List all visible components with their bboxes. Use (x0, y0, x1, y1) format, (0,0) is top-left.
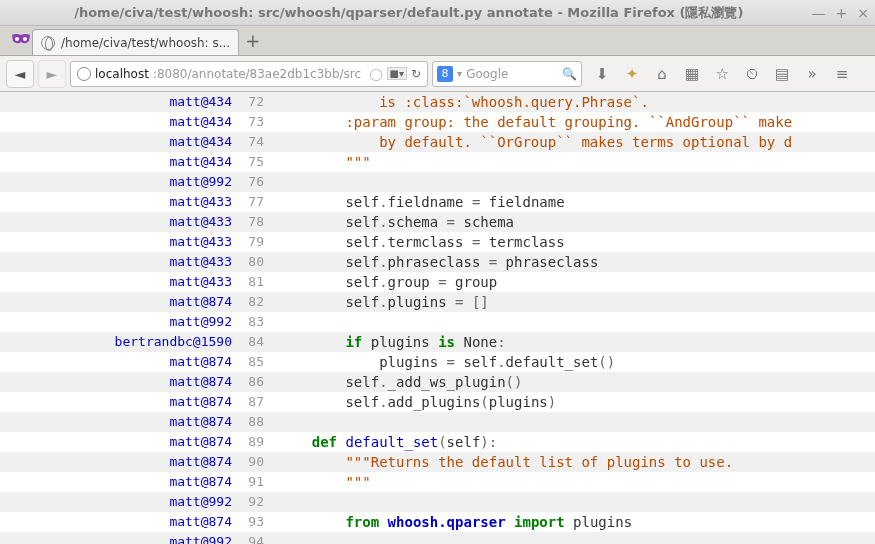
author-link[interactable]: matt@992 (0, 172, 240, 192)
browser-window: /home/civa/test/whoosh: src/whoosh/qpars… (0, 0, 875, 544)
close-button[interactable]: × (857, 5, 869, 21)
reload-button[interactable]: ↻ (411, 67, 421, 81)
author-link[interactable]: matt@433 (0, 252, 240, 272)
minimize-button[interactable]: — (812, 5, 826, 21)
code-line (270, 172, 875, 192)
author-link[interactable]: matt@874 (0, 392, 240, 412)
author-link[interactable]: matt@874 (0, 472, 240, 492)
line-number[interactable]: 81 (240, 272, 270, 292)
author-link[interactable]: matt@433 (0, 232, 240, 252)
line-number[interactable]: 82 (240, 292, 270, 312)
author-link[interactable]: matt@874 (0, 412, 240, 432)
window-buttons: — + × (812, 5, 869, 21)
line-number[interactable]: 77 (240, 192, 270, 212)
author-link[interactable]: matt@874 (0, 352, 240, 372)
maximize-button[interactable]: + (836, 5, 848, 21)
author-link[interactable]: matt@992 (0, 312, 240, 332)
code-row: matt@87488 (0, 412, 875, 432)
new-tab-button[interactable]: + (245, 30, 260, 55)
code-row: matt@43378 self.schema = schema (0, 212, 875, 232)
search-icon[interactable]: 🔍 (562, 67, 577, 81)
author-link[interactable]: matt@874 (0, 292, 240, 312)
line-number[interactable]: 73 (240, 112, 270, 132)
line-number[interactable]: 89 (240, 432, 270, 452)
site-identity-icon (77, 67, 91, 81)
menu-icon[interactable]: ≡ (832, 65, 852, 83)
code-row: matt@43381 self.group = group (0, 272, 875, 292)
annotate-view[interactable]: matt@43472 is :class:`whoosh.query.Phras… (0, 92, 875, 544)
line-number[interactable]: 76 (240, 172, 270, 192)
home-icon[interactable]: ⌂ (652, 65, 672, 83)
browser-tab[interactable]: /home/civa/test/whoosh: s... (32, 29, 239, 55)
reader-mode-icon[interactable]: ◯ (369, 67, 382, 81)
window-title: /home/civa/test/whoosh: src/whoosh/qpars… (6, 4, 812, 22)
code-row: matt@87493 from whoosh.qparser import pl… (0, 512, 875, 532)
line-number[interactable]: 74 (240, 132, 270, 152)
author-link[interactable]: matt@874 (0, 512, 240, 532)
code-row: matt@87485 plugins = self.default_set() (0, 352, 875, 372)
forward-button[interactable]: ► (38, 60, 66, 88)
code-line: self.phraseclass = phraseclass (270, 252, 875, 272)
nav-bar: ◄ ► localhost:8080/annotate/83ae2db1c3bb… (0, 56, 875, 92)
line-number[interactable]: 75 (240, 152, 270, 172)
line-number[interactable]: 79 (240, 232, 270, 252)
downloads-icon[interactable]: ⬇ (592, 65, 612, 83)
author-link[interactable]: matt@874 (0, 452, 240, 472)
code-row: matt@43474 by default. ``OrGroup`` makes… (0, 132, 875, 152)
history-icon[interactable]: ⏲ (742, 65, 762, 83)
line-number[interactable]: 87 (240, 392, 270, 412)
code-line: from whoosh.qparser import plugins (270, 512, 875, 532)
line-number[interactable]: 85 (240, 352, 270, 372)
author-link[interactable]: matt@433 (0, 192, 240, 212)
author-link[interactable]: matt@433 (0, 212, 240, 232)
code-line: is :class:`whoosh.query.Phrase`. (270, 92, 875, 112)
line-number[interactable]: 72 (240, 92, 270, 112)
addon-icon[interactable]: ✦ (622, 65, 642, 83)
author-link[interactable]: matt@874 (0, 432, 240, 452)
author-link[interactable]: matt@874 (0, 372, 240, 392)
code-row: bertrandbc@159084 if plugins is None: (0, 332, 875, 352)
line-number[interactable]: 78 (240, 212, 270, 232)
line-number[interactable]: 92 (240, 492, 270, 512)
line-number[interactable]: 83 (240, 312, 270, 332)
author-link[interactable]: matt@434 (0, 132, 240, 152)
author-link[interactable]: matt@992 (0, 532, 240, 544)
author-link[interactable]: matt@433 (0, 272, 240, 292)
line-number[interactable]: 91 (240, 472, 270, 492)
titlebar: /home/civa/test/whoosh: src/whoosh/qpars… (0, 0, 875, 26)
library-icon[interactable]: ▤ (772, 65, 792, 83)
author-link[interactable]: matt@434 (0, 152, 240, 172)
code-row: matt@87482 self.plugins = [] (0, 292, 875, 312)
code-line (270, 532, 875, 544)
code-line: self.group = group (270, 272, 875, 292)
overflow-icon[interactable]: » (802, 65, 822, 83)
private-mask-icon (10, 32, 32, 51)
url-bar[interactable]: localhost:8080/annotate/83ae2db1c3bb/src… (70, 61, 428, 87)
code-line: self.plugins = [] (270, 292, 875, 312)
code-row: matt@43473 :param group: the default gro… (0, 112, 875, 132)
line-number[interactable]: 88 (240, 412, 270, 432)
author-link[interactable]: bertrandbc@1590 (0, 332, 240, 352)
search-bar[interactable]: 8 ▾ Google 🔍 (432, 61, 582, 87)
author-link[interactable]: matt@434 (0, 92, 240, 112)
code-row: matt@43379 self.termclass = termclass (0, 232, 875, 252)
code-line (270, 492, 875, 512)
tiles-icon[interactable]: ▦ (682, 65, 702, 83)
line-number[interactable]: 93 (240, 512, 270, 532)
line-number[interactable]: 80 (240, 252, 270, 272)
code-line: """ (270, 472, 875, 492)
author-link[interactable]: matt@434 (0, 112, 240, 132)
code-line: by default. ``OrGroup`` makes terms opti… (270, 132, 875, 152)
author-link[interactable]: matt@992 (0, 492, 240, 512)
line-number[interactable]: 90 (240, 452, 270, 472)
code-row: matt@43475 """ (0, 152, 875, 172)
line-number[interactable]: 86 (240, 372, 270, 392)
bookmark-star-icon[interactable]: ☆ (712, 65, 732, 83)
toolbar: ⬇ ✦ ⌂ ▦ ☆ ⏲ ▤ » ≡ (592, 65, 852, 83)
url-path: :8080/annotate/83ae2db1c3bb/src (153, 67, 361, 81)
back-button[interactable]: ◄ (6, 60, 34, 88)
line-number[interactable]: 84 (240, 332, 270, 352)
line-number[interactable]: 94 (240, 532, 270, 544)
code-line: """ (270, 152, 875, 172)
bookmark-dropdown-icon[interactable]: ■▾ (387, 67, 407, 80)
